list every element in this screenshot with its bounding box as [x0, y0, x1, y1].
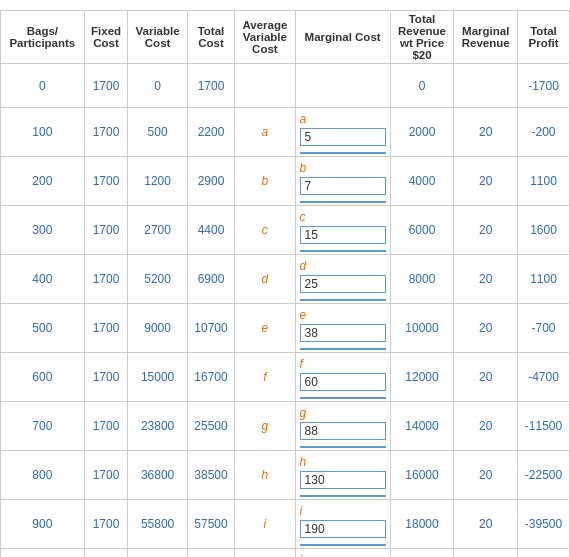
- cell-marginal-revenue: 20: [454, 500, 518, 549]
- header-avg-variable-cost: AverageVariableCost: [235, 11, 295, 64]
- cell-bags: 600: [1, 353, 85, 402]
- mc-underline: [300, 148, 386, 154]
- cell-total-revenue: 0: [390, 64, 454, 108]
- cell-variable-cost: 5200: [128, 255, 187, 304]
- cell-variable-cost: 500: [128, 108, 187, 157]
- cell-bags: 1000: [1, 549, 85, 558]
- cell-avg-variable-cost: j: [235, 549, 295, 558]
- cell-marginal-cost[interactable]: b7: [295, 157, 390, 206]
- cell-fixed-cost: 1700: [84, 157, 128, 206]
- cell-bags: 900: [1, 500, 85, 549]
- cell-fixed-cost: 1700: [84, 500, 128, 549]
- cell-total-profit: -64700: [518, 549, 570, 558]
- cell-marginal-cost[interactable]: a5: [295, 108, 390, 157]
- table-row: 200170012002900bb74000201100: [1, 157, 570, 206]
- cell-fixed-cost: 1700: [84, 108, 128, 157]
- cell-marginal-revenue: 20: [454, 549, 518, 558]
- cell-marginal-cost[interactable]: c15: [295, 206, 390, 255]
- cell-variable-cost: 83000: [128, 549, 187, 558]
- cell-marginal-cost[interactable]: f60: [295, 353, 390, 402]
- header-bags: Bags/Participants: [1, 11, 85, 64]
- cell-total-revenue: 16000: [390, 451, 454, 500]
- cell-marginal-revenue: 20: [454, 304, 518, 353]
- mc-letter: j: [300, 553, 386, 557]
- cell-avg-variable-cost: i: [235, 500, 295, 549]
- cell-total-profit: -11500: [518, 402, 570, 451]
- header-fixed-cost: FixedCost: [84, 11, 128, 64]
- mc-value: 88: [300, 422, 386, 440]
- cell-total-revenue: 18000: [390, 500, 454, 549]
- table-row: 70017002380025500gg881400020-11500: [1, 402, 570, 451]
- cell-fixed-cost: 1700: [84, 353, 128, 402]
- header-marginal-revenue: MarginalRevenue: [454, 11, 518, 64]
- cell-marginal-revenue: 20: [454, 206, 518, 255]
- cell-total-profit: -39500: [518, 500, 570, 549]
- mc-value: 130: [300, 471, 386, 489]
- cell-bags: 0: [1, 64, 85, 108]
- table-row: 5001700900010700ee381000020-700: [1, 304, 570, 353]
- header-total-revenue: TotalRevenuewt Price$20: [390, 11, 454, 64]
- mc-underline: [300, 344, 386, 350]
- cell-variable-cost: 9000: [128, 304, 187, 353]
- cell-avg-variable-cost: b: [235, 157, 295, 206]
- cell-bags: 100: [1, 108, 85, 157]
- cell-total-revenue: 2000: [390, 108, 454, 157]
- cell-variable-cost: 36800: [128, 451, 187, 500]
- cell-total-revenue: 4000: [390, 157, 454, 206]
- table-row: 60017001500016700ff601200020-4700: [1, 353, 570, 402]
- mc-underline: [300, 491, 386, 497]
- cell-marginal-cost[interactable]: [295, 64, 390, 108]
- cell-marginal-cost[interactable]: g88: [295, 402, 390, 451]
- table-row: 10017005002200aa5200020-200: [1, 108, 570, 157]
- cell-variable-cost: 0: [128, 64, 187, 108]
- cell-avg-variable-cost: c: [235, 206, 295, 255]
- cell-marginal-revenue: 20: [454, 402, 518, 451]
- cell-variable-cost: 23800: [128, 402, 187, 451]
- mc-letter: d: [300, 259, 386, 273]
- mc-value: 15: [300, 226, 386, 244]
- mc-underline: [300, 197, 386, 203]
- cell-fixed-cost: 1700: [84, 64, 128, 108]
- cell-total-revenue: 8000: [390, 255, 454, 304]
- cell-bags: 400: [1, 255, 85, 304]
- cell-marginal-cost[interactable]: h130: [295, 451, 390, 500]
- cell-variable-cost: 55800: [128, 500, 187, 549]
- cell-marginal-revenue: 20: [454, 157, 518, 206]
- mc-underline: [300, 393, 386, 399]
- mc-letter: i: [300, 504, 386, 518]
- cell-marginal-cost[interactable]: j272: [295, 549, 390, 558]
- header-total-cost: TotalCost: [187, 11, 234, 64]
- cell-marginal-revenue: 20: [454, 255, 518, 304]
- cell-total-cost: 4400: [187, 206, 234, 255]
- cell-fixed-cost: 1700: [84, 206, 128, 255]
- cell-total-profit: 1100: [518, 255, 570, 304]
- cell-total-cost: 10700: [187, 304, 234, 353]
- cell-total-revenue: 6000: [390, 206, 454, 255]
- mc-value: 25: [300, 275, 386, 293]
- cell-fixed-cost: 1700: [84, 549, 128, 558]
- table-row: 80017003680038500hh1301600020-22500: [1, 451, 570, 500]
- cell-marginal-revenue: 20: [454, 451, 518, 500]
- cell-marginal-cost[interactable]: i190: [295, 500, 390, 549]
- cell-marginal-cost[interactable]: d25: [295, 255, 390, 304]
- cell-total-revenue: 12000: [390, 353, 454, 402]
- cell-total-revenue: 14000: [390, 402, 454, 451]
- cell-variable-cost: 15000: [128, 353, 187, 402]
- cell-total-profit: -22500: [518, 451, 570, 500]
- cell-avg-variable-cost: h: [235, 451, 295, 500]
- cell-total-cost: 2900: [187, 157, 234, 206]
- table-row: 300170027004400cc156000201600: [1, 206, 570, 255]
- cell-marginal-revenue: 20: [454, 353, 518, 402]
- mc-letter: a: [300, 112, 386, 126]
- cell-avg-variable-cost: d: [235, 255, 295, 304]
- mc-letter: g: [300, 406, 386, 420]
- mc-value: 7: [300, 177, 386, 195]
- cell-bags: 800: [1, 451, 85, 500]
- cell-bags: 300: [1, 206, 85, 255]
- header-variable-cost: VariableCost: [128, 11, 187, 64]
- mc-letter: b: [300, 161, 386, 175]
- table-row: 01700017000-1700: [1, 64, 570, 108]
- cell-marginal-cost[interactable]: e38: [295, 304, 390, 353]
- mc-value: 190: [300, 520, 386, 538]
- cell-total-cost: 57500: [187, 500, 234, 549]
